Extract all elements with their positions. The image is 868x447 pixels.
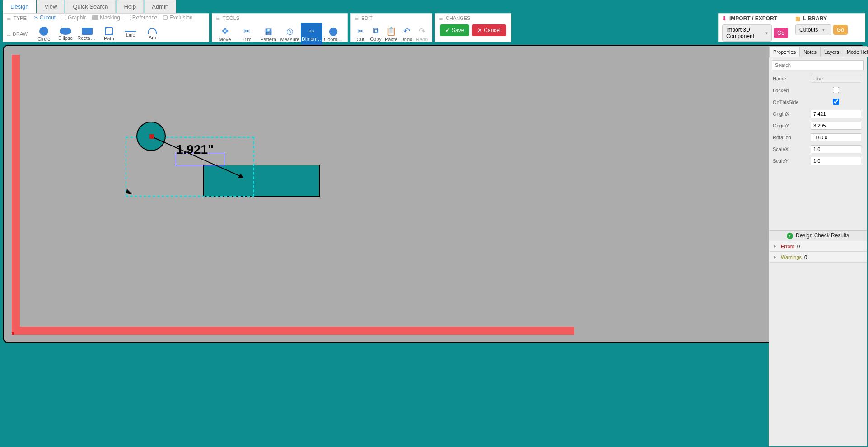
side-tab-layers[interactable]: Layers (820, 47, 843, 57)
edit-undo[interactable]: ↶Undo (399, 23, 414, 45)
tab-view[interactable]: View (37, 0, 65, 13)
tool-measure[interactable]: ◎Measure (279, 23, 301, 45)
tool-pattern[interactable]: ▦Pattern (257, 23, 279, 45)
scissors-icon: ✂ (243, 26, 250, 36)
tools-label: TOOLS (212, 14, 347, 22)
download-icon: ⬇ (722, 15, 727, 22)
draw-arc[interactable]: Arc (141, 23, 163, 45)
type-cutout[interactable]: ✂Cutout (34, 14, 56, 21)
panel-import-library: ⬇IMPORT / EXPORT Import 3D Component Go … (718, 13, 865, 42)
tool-move[interactable]: ✥Move (214, 23, 236, 45)
prop-scaley-input[interactable] (811, 157, 861, 165)
warnings-count: 0 (804, 254, 807, 260)
errors-row[interactable]: Errors 0 (769, 241, 867, 252)
prop-originx-label: OriginX (773, 111, 811, 117)
side-tab-properties[interactable]: Properties (769, 47, 800, 57)
side-tab-mode-help[interactable]: Mode Help (843, 47, 868, 57)
prop-scalex-label: ScaleX (773, 146, 811, 152)
side-tab-notes[interactable]: Notes (799, 47, 821, 57)
check-ok-icon (787, 232, 796, 239)
x-icon: ✕ (477, 27, 482, 33)
paste-icon: 📋 (386, 26, 396, 36)
prop-onthisside-checkbox[interactable] (811, 99, 861, 105)
type-graphic[interactable]: Graphic (61, 14, 87, 21)
prop-name-value (811, 75, 861, 83)
prop-rotation-input[interactable] (811, 133, 861, 141)
draw-ellipse[interactable]: Ellipse (55, 23, 76, 45)
errors-label: Errors (781, 244, 794, 249)
type-label: TYPE (3, 14, 30, 22)
tab-help[interactable]: Help (116, 0, 144, 13)
undo-icon: ↶ (403, 26, 410, 36)
edit-redo[interactable]: ↷Redo (414, 23, 429, 45)
save-button[interactable]: ✔Save (440, 24, 469, 36)
prop-locked-label: Locked (773, 88, 811, 93)
properties-search[interactable] (772, 60, 864, 70)
ribbon: TYPE ✂Cutout Graphic Masking Reference E… (0, 13, 868, 45)
library-label: LIBRARY (803, 15, 827, 22)
rectangle-icon (82, 28, 93, 35)
top-menu: Design View Quick Search Help Admin (0, 0, 868, 13)
prop-locked-checkbox[interactable] (811, 87, 861, 93)
prop-originx-input[interactable] (811, 110, 861, 118)
pin-icon: ⬤ (329, 26, 338, 36)
tab-quick-search[interactable]: Quick Search (65, 0, 116, 13)
type-exclusion[interactable]: Exclusion (163, 14, 192, 21)
tab-design[interactable]: Design (3, 0, 36, 13)
design-check-header[interactable]: Design Check Results (769, 230, 867, 241)
measure-icon: ◎ (286, 26, 294, 36)
side-tabs: Properties Notes Layers Mode Help (769, 47, 867, 57)
import-export-section: ⬇IMPORT / EXPORT Import 3D Component Go (719, 14, 792, 42)
properties-panel: Properties Notes Layers Mode Help Name L… (769, 46, 867, 446)
edit-cut[interactable]: ✂Cut (353, 23, 368, 45)
redo-icon: ↷ (419, 26, 425, 36)
tool-dimension[interactable]: ↔Dimens... (301, 23, 322, 45)
edit-copy[interactable]: ⧉Copy (368, 23, 383, 45)
tab-admin[interactable]: Admin (144, 0, 176, 13)
panel-tools: TOOLS ✥Move ✂Trim ▦Pattern ◎Measure ↔Dim… (212, 13, 348, 42)
warnings-row[interactable]: Warnings 0 (769, 252, 867, 263)
tool-trim[interactable]: ✂Trim (236, 23, 257, 45)
type-reference[interactable]: Reference (126, 14, 157, 21)
import-dropdown[interactable]: Import 3D Component (722, 24, 772, 42)
frame-bottom (12, 327, 574, 335)
prop-rotation-label: Rotation (773, 135, 811, 140)
ellipse-icon (60, 28, 71, 35)
prop-originy-label: OriginY (773, 123, 811, 128)
type-options: ✂Cutout Graphic Masking Reference Exclus… (30, 14, 196, 22)
line-icon (125, 31, 136, 32)
library-go-button[interactable]: Go (833, 25, 848, 35)
prop-originy-input[interactable] (811, 122, 861, 130)
import-export-label: IMPORT / EXPORT (729, 15, 777, 22)
cut-icon: ✂ (357, 26, 364, 36)
expand-warnings-icon (774, 254, 778, 260)
tool-coordinates[interactable]: ⬤Coordi... (322, 23, 344, 45)
library-dropdown[interactable]: Cutouts (795, 24, 831, 35)
draw-path[interactable]: Path (98, 23, 120, 45)
type-masking[interactable]: Masking (92, 14, 120, 21)
import-go-button[interactable]: Go (774, 28, 788, 38)
check-icon: ✔ (445, 27, 450, 33)
edit-paste[interactable]: 📋Paste (383, 23, 399, 45)
panel-type-draw: TYPE ✂Cutout Graphic Masking Reference E… (3, 13, 209, 42)
properties-list: Name Locked OnThisSide OriginX OriginY R… (769, 73, 867, 167)
frame-left (12, 55, 20, 330)
draw-line[interactable]: Line (120, 23, 141, 45)
copy-icon: ⧉ (373, 26, 379, 36)
design-check-link[interactable]: Design Check Results (796, 232, 849, 239)
dimension-icon: ↔ (308, 26, 316, 36)
prop-scalex-input[interactable] (811, 145, 861, 153)
arc-icon (148, 28, 157, 34)
draw-rectangle[interactable]: Rectan... (76, 23, 98, 45)
design-canvas[interactable]: 1.921" (3, 45, 865, 343)
prop-onthisside-label: OnThisSide (773, 99, 811, 105)
dimension-handle[interactable] (149, 134, 154, 139)
panel-changes: CHANGES ✔Save ✕Cancel (435, 13, 511, 42)
edit-label: EDIT (351, 14, 432, 22)
errors-count: 0 (797, 244, 800, 249)
draw-circle[interactable]: Circle (33, 23, 55, 45)
panel-edit: EDIT ✂Cut ⧉Copy 📋Paste ↶Undo ↷Redo (350, 13, 432, 42)
corner-handle (12, 332, 14, 335)
expand-errors-icon (774, 243, 778, 249)
cancel-button[interactable]: ✕Cancel (472, 24, 506, 36)
